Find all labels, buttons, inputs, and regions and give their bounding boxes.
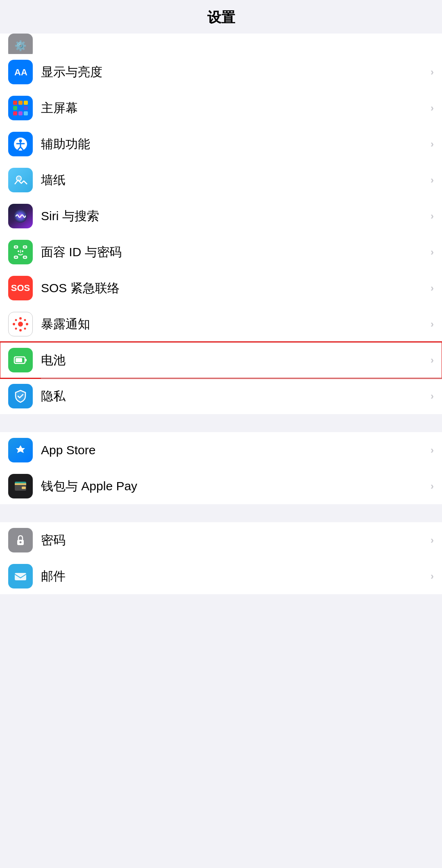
svg-point-13 [18, 250, 19, 252]
svg-point-20 [19, 329, 22, 331]
homescreen-label: 主屏幕 [41, 100, 426, 117]
settings-item-exposure[interactable]: 暴露通知 › [0, 306, 442, 342]
svg-rect-9 [14, 246, 18, 248]
section-display-group: AA 显示与亮度 › 主屏幕 [0, 54, 442, 414]
svg-rect-11 [14, 256, 18, 258]
settings-item-appstore[interactable]: App Store › [0, 432, 442, 468]
svg-rect-27 [16, 358, 22, 362]
settings-item-wallpaper[interactable]: 墙纸 › [0, 162, 442, 198]
chevron-wallet: › [431, 480, 434, 492]
settings-item-wallet[interactable]: 钱包与 Apple Pay › [0, 468, 442, 504]
page-title: 设置 [0, 0, 442, 34]
settings-item-passwords[interactable]: 密码 › [0, 522, 442, 558]
svg-point-21 [15, 328, 17, 330]
svg-point-24 [18, 322, 23, 327]
grid-icon [13, 101, 28, 115]
password-icon [8, 528, 33, 552]
settings-item-siri[interactable]: Siri 与搜索 › [0, 198, 442, 234]
settings-item-accessibility[interactable]: 辅助功能 › [0, 126, 442, 162]
privacy-label: 隐私 [41, 388, 426, 405]
svg-rect-12 [23, 256, 27, 258]
svg-point-18 [26, 323, 28, 325]
exposure-label: 暴露通知 [41, 316, 426, 333]
chevron-accessibility: › [431, 138, 434, 150]
chevron-privacy: › [431, 390, 434, 402]
mail-label: 邮件 [41, 568, 426, 585]
page-container: 设置 ⚙️ AA 显示与亮度 › [0, 0, 442, 594]
faceid-icon [8, 240, 33, 264]
display-label: 显示与亮度 [41, 64, 426, 81]
sos-text: SOS [11, 283, 30, 293]
section-gap-2 [0, 504, 442, 522]
settings-item-battery[interactable]: 电池 › [0, 342, 442, 378]
display-icon: AA [8, 60, 33, 84]
sos-label: SOS 紧急联络 [41, 280, 426, 297]
svg-point-33 [20, 541, 22, 543]
svg-point-7 [16, 176, 21, 181]
partial-top-item: ⚙️ [0, 34, 442, 54]
faceid-label: 面容 ID 与密码 [41, 244, 426, 261]
battery-label: 电池 [41, 352, 426, 369]
settings-item-mail[interactable]: 邮件 › [0, 558, 442, 594]
svg-point-23 [15, 319, 17, 321]
settings-item-privacy[interactable]: 隐私 › [0, 378, 442, 414]
passwords-label: 密码 [41, 532, 426, 549]
svg-rect-10 [23, 246, 27, 248]
svg-point-14 [22, 250, 23, 252]
settings-item-display[interactable]: AA 显示与亮度 › [0, 54, 442, 90]
chevron-display: › [431, 66, 434, 78]
section-passwords-group: 密码 › 邮件 › [0, 522, 442, 594]
section-gap-1 [0, 414, 442, 432]
svg-point-16 [19, 317, 22, 320]
sos-icon: SOS [8, 276, 33, 300]
svg-point-17 [24, 319, 26, 321]
accessibility-icon [8, 132, 33, 156]
chevron-faceid: › [431, 246, 434, 258]
section-appstore-group: App Store › 钱包与 Apple Pay › [0, 432, 442, 504]
mail-icon [8, 564, 33, 588]
chevron-sos: › [431, 282, 434, 294]
chevron-siri: › [431, 210, 434, 222]
wallpaper-icon [8, 168, 33, 192]
svg-rect-30 [15, 483, 26, 485]
svg-point-19 [24, 328, 26, 330]
chevron-battery: › [431, 354, 434, 366]
battery-icon [8, 348, 33, 372]
privacy-icon [8, 384, 33, 408]
settings-item-sos[interactable]: SOS SOS 紧急联络 › [0, 270, 442, 306]
appstore-label: App Store [41, 443, 426, 457]
chevron-appstore: › [431, 444, 434, 456]
chevron-exposure: › [431, 318, 434, 330]
svg-rect-26 [25, 359, 27, 361]
svg-text:AA: AA [14, 67, 27, 77]
appstore-icon [8, 438, 33, 462]
siri-label: Siri 与搜索 [41, 208, 426, 225]
chevron-homescreen: › [431, 102, 434, 114]
settings-item-faceid[interactable]: 面容 ID 与密码 › [0, 234, 442, 270]
svg-point-22 [13, 323, 15, 325]
svg-rect-34 [15, 573, 26, 580]
svg-rect-31 [22, 487, 26, 489]
chevron-wallpaper: › [431, 174, 434, 186]
chevron-passwords: › [431, 534, 434, 546]
settings-item-homescreen[interactable]: 主屏幕 › [0, 90, 442, 126]
wallet-icon [8, 474, 33, 498]
accessibility-label: 辅助功能 [41, 136, 426, 153]
chevron-mail: › [431, 570, 434, 582]
wallpaper-label: 墙纸 [41, 172, 426, 189]
exposure-icon [8, 312, 33, 336]
siri-icon [8, 204, 33, 228]
homescreen-icon [8, 96, 33, 120]
wallet-label: 钱包与 Apple Pay [41, 478, 426, 495]
